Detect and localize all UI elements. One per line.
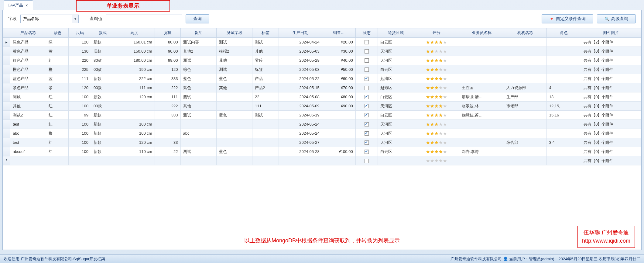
table-row[interactable]: 蓝色产品蓝111新款222 cm333蓝色蓝色产品2024-05-22¥60.0… bbox=[3, 74, 641, 83]
table-row[interactable]: 黄色产品黄130旧款150.00 cm90.00其他2模拟2其他2024-05-… bbox=[3, 47, 641, 56]
cell-rating[interactable]: ★★★★★ bbox=[414, 65, 459, 74]
cell-state[interactable] bbox=[355, 65, 378, 74]
cell-height: 100 cm bbox=[114, 120, 155, 129]
cell-height: 160.01 cm bbox=[114, 38, 155, 47]
column-header[interactable]: 款式 bbox=[91, 28, 114, 38]
search-value-input[interactable] bbox=[106, 15, 182, 23]
column-header[interactable]: 产品名称 bbox=[10, 28, 46, 38]
cell-width: 33 bbox=[155, 138, 180, 147]
checkbox-icon[interactable] bbox=[365, 140, 369, 145]
checkbox-icon[interactable] bbox=[365, 67, 369, 72]
column-header[interactable]: 机构名称 bbox=[504, 28, 546, 38]
table-row[interactable]: 测试2红99新款333测试蓝色测试2024-05-19白云区★★★★★鞠慧佳,苏… bbox=[3, 111, 641, 120]
column-header[interactable]: 标签 bbox=[252, 28, 279, 38]
cell-rating[interactable]: ★★★★★ bbox=[414, 83, 459, 92]
cell-rating[interactable]: ★★★★★ bbox=[414, 47, 459, 56]
column-header[interactable]: 业务员名称 bbox=[459, 28, 504, 38]
star-icon: ★ bbox=[426, 103, 430, 109]
column-header[interactable]: 高度 bbox=[114, 28, 155, 38]
column-header[interactable]: 生产日期 bbox=[279, 28, 322, 38]
cell-state[interactable] bbox=[355, 111, 378, 120]
footnote-text: 以上数据从MongoDB中根据条件查询获取到，并转换为列表显示 bbox=[3, 237, 641, 250]
cell-testf: 蓝色 bbox=[216, 74, 252, 83]
checkbox-icon[interactable] bbox=[365, 95, 369, 99]
cell-role bbox=[546, 47, 581, 56]
column-header[interactable]: 附件图片 bbox=[581, 28, 641, 38]
cell-rating[interactable]: ★★★★★ bbox=[414, 102, 459, 111]
checkbox-icon[interactable] bbox=[365, 131, 369, 136]
cell-state[interactable] bbox=[355, 38, 378, 47]
table-row[interactable]: 其他红10000款222其他1112024-05-09¥90.00天河区★★★★… bbox=[3, 102, 641, 111]
cell-rating[interactable]: ★★★★★ bbox=[414, 138, 459, 147]
checkbox-icon[interactable] bbox=[365, 40, 369, 44]
table-row[interactable]: ★★★★★共有【0】个附件 bbox=[3, 156, 641, 165]
table-row[interactable]: abcdef红100新款110 cm22测试蓝色2024-05-28¥100.0… bbox=[3, 147, 641, 156]
column-header[interactable]: 角色 bbox=[546, 28, 581, 38]
cell-sales: 邓卉,李涛 bbox=[459, 147, 504, 156]
cell-state[interactable] bbox=[355, 147, 378, 156]
cell-rating[interactable]: ★★★★★ bbox=[414, 147, 459, 156]
column-header[interactable]: 尺码 bbox=[69, 28, 91, 38]
column-header[interactable]: 销售… bbox=[322, 28, 355, 38]
checkbox-icon[interactable] bbox=[365, 159, 369, 163]
table-row[interactable]: abc橙100新款100 cmabc2024-05-24天河区★★★★★共有【0… bbox=[3, 129, 641, 138]
column-header[interactable]: 宽度 bbox=[155, 28, 180, 38]
table-row[interactable]: test红100新款100 cm2024-05-24天河区★★★★★共有【0】个… bbox=[3, 120, 641, 129]
table-row[interactable]: 红色产品红22080款180.00 cm99.00测试其他零碎2024-05-2… bbox=[3, 56, 641, 65]
cell-remark: 测试内容 bbox=[180, 38, 216, 47]
column-header[interactable]: 备注 bbox=[180, 28, 216, 38]
table-row[interactable]: 测试红100新款120 cm111测试222024-05-08¥80.00白云区… bbox=[3, 92, 641, 102]
cell-width: 120 bbox=[155, 65, 180, 74]
column-header[interactable]: 颜色 bbox=[46, 28, 69, 38]
cell-rating[interactable]: ★★★★★ bbox=[414, 120, 459, 129]
row-indicator bbox=[3, 102, 10, 111]
cell-state[interactable] bbox=[355, 56, 378, 65]
star-icon: ★ bbox=[430, 103, 434, 109]
checkbox-icon[interactable] bbox=[365, 49, 369, 54]
cell-rating[interactable]: ★★★★★ bbox=[414, 56, 459, 65]
cell-state[interactable] bbox=[355, 129, 378, 138]
column-header[interactable]: 送货区域 bbox=[378, 28, 414, 38]
cell-state[interactable] bbox=[355, 83, 378, 92]
cell-state[interactable] bbox=[355, 92, 378, 102]
cell-rating[interactable]: ★★★★★ bbox=[414, 38, 459, 47]
field-combo[interactable]: ▾ bbox=[20, 15, 79, 23]
field-combo-input[interactable] bbox=[20, 15, 72, 23]
advanced-search-button[interactable]: 高级查询 bbox=[597, 14, 636, 23]
custom-filter-button[interactable]: 自定义条件查询 bbox=[542, 14, 593, 23]
close-icon[interactable]: × bbox=[26, 3, 28, 8]
search-button[interactable]: 查询 bbox=[186, 14, 209, 23]
cell-state[interactable] bbox=[355, 74, 378, 83]
checkbox-icon[interactable] bbox=[365, 150, 369, 154]
cell-rating[interactable]: ★★★★★ bbox=[414, 156, 459, 165]
cell-rating[interactable]: ★★★★★ bbox=[414, 74, 459, 83]
cell-price: ¥40.00 bbox=[322, 56, 355, 65]
cell-state[interactable] bbox=[355, 138, 378, 147]
table-row[interactable]: test红100新款120 cm332024-05-27天河区★★★★★综合部3… bbox=[3, 138, 641, 147]
checkbox-icon[interactable] bbox=[365, 104, 369, 108]
column-header[interactable]: 评分 bbox=[414, 28, 459, 38]
cell-rating[interactable]: ★★★★★ bbox=[414, 129, 459, 138]
cell-state[interactable] bbox=[355, 156, 378, 165]
checkbox-icon[interactable] bbox=[365, 86, 369, 90]
cell-state[interactable] bbox=[355, 120, 378, 129]
table-row[interactable]: 橙色产品橙22500款190 cm120棕色测试标签2024-05-08¥50.… bbox=[3, 65, 641, 74]
table-row[interactable]: 紫色产品紫12000款111 cm222紫色其他产品22024-05-15¥70… bbox=[3, 83, 641, 92]
table-row[interactable]: 绿色产品绿120新款160.01 cm80.00测试内容测试测试2024-04-… bbox=[3, 38, 641, 47]
tab-eav-product[interactable]: EAV产品 × bbox=[4, 0, 33, 10]
cell-name: abcdef bbox=[10, 147, 46, 156]
checkbox-icon[interactable] bbox=[365, 122, 369, 126]
checkbox-icon[interactable] bbox=[365, 113, 369, 117]
column-header[interactable]: 状态 bbox=[355, 28, 378, 38]
column-header[interactable]: 测试字段 bbox=[216, 28, 252, 38]
chevron-down-icon[interactable]: ▾ bbox=[72, 15, 79, 23]
data-grid[interactable]: 产品名称颜色尺码款式高度宽度备注测试字段标签生产日期销售…状态送货区域评分业务员… bbox=[3, 28, 641, 237]
cell-area: 白云区 bbox=[378, 147, 414, 156]
cell-state[interactable] bbox=[355, 102, 378, 111]
cell-color: 红 bbox=[46, 120, 69, 129]
checkbox-icon[interactable] bbox=[365, 58, 369, 63]
checkbox-icon[interactable] bbox=[365, 77, 369, 81]
cell-rating[interactable]: ★★★★★ bbox=[414, 92, 459, 102]
cell-state[interactable] bbox=[355, 47, 378, 56]
cell-rating[interactable]: ★★★★★ bbox=[414, 111, 459, 120]
